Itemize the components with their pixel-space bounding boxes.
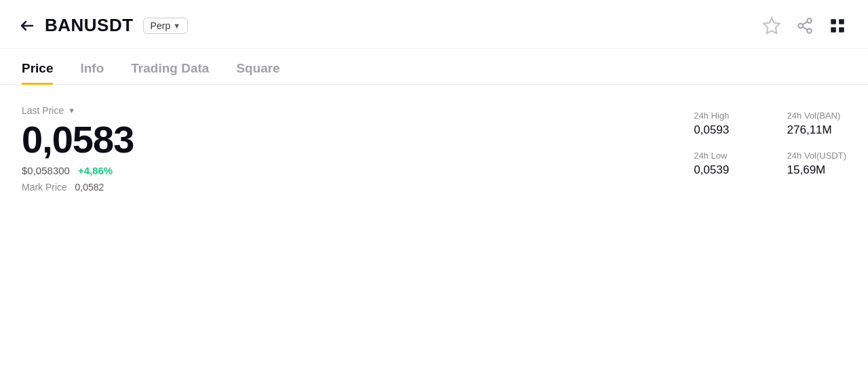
mark-price-row: Mark Price 0,0582	[22, 182, 134, 193]
svg-rect-6	[839, 19, 844, 24]
stat-24h-high: 24h High 0,0593	[694, 111, 753, 137]
back-button[interactable]	[19, 18, 35, 34]
favorite-button[interactable]	[762, 16, 781, 35]
svg-rect-5	[831, 19, 836, 24]
price-stats: 24h High 0,0593 24h Vol(BAN) 276,11M 24h…	[694, 105, 846, 177]
svg-rect-7	[831, 27, 836, 33]
header: BANUSDT Perp ▼	[0, 0, 868, 49]
perp-label: Perp	[151, 20, 171, 31]
stat-high-value: 0,0593	[694, 123, 753, 137]
tab-price[interactable]: Price	[22, 54, 53, 85]
share-icon	[796, 17, 814, 35]
main-container: BANUSDT Perp ▼	[0, 0, 868, 377]
stat-vol-usdt-label: 24h Vol(USDT)	[787, 151, 846, 161]
mark-price-value: 0,0582	[75, 182, 104, 193]
svg-point-1	[798, 23, 803, 28]
stat-low-label: 24h Low	[694, 151, 753, 161]
header-right	[762, 16, 846, 35]
price-left: Last Price ▼ 0,0583 $0,058300 +4,86% Mar…	[22, 105, 134, 193]
tab-square[interactable]: Square	[236, 54, 279, 85]
svg-point-0	[807, 18, 812, 23]
grid-button[interactable]	[829, 17, 846, 35]
price-usd-value: $0,058300	[22, 165, 70, 176]
chevron-down-icon: ▼	[173, 22, 180, 30]
star-icon	[762, 16, 781, 35]
last-price-label-row: Last Price ▼	[22, 105, 134, 116]
stat-24h-vol-usdt: 24h Vol(USDT) 15,69M	[787, 151, 846, 177]
stat-vol-ban-value: 276,11M	[787, 123, 846, 137]
svg-line-3	[802, 26, 807, 29]
grid-icon	[829, 17, 846, 35]
stat-high-label: 24h High	[694, 111, 753, 121]
header-left: BANUSDT Perp ▼	[19, 15, 188, 36]
tab-info[interactable]: Info	[80, 54, 104, 85]
stat-low-value: 0,0539	[694, 163, 753, 177]
last-price-value: 0,0583	[22, 120, 134, 160]
mark-price-label: Mark Price	[22, 182, 67, 193]
price-direction-icon: ▼	[68, 106, 75, 115]
svg-line-4	[802, 22, 807, 24]
svg-rect-8	[839, 27, 844, 33]
svg-point-2	[807, 28, 812, 33]
price-usd-row: $0,058300 +4,86%	[22, 165, 134, 176]
perp-badge[interactable]: Perp ▼	[143, 18, 188, 34]
stat-vol-usdt-value: 15,69M	[787, 163, 846, 177]
price-change-value: +4,86%	[78, 165, 113, 176]
tabs-bar: Price Info Trading Data Square	[0, 54, 868, 85]
stat-vol-ban-label: 24h Vol(BAN)	[787, 111, 846, 121]
tab-trading-data[interactable]: Trading Data	[131, 54, 209, 85]
stat-24h-low: 24h Low 0,0539	[694, 151, 753, 177]
stat-24h-vol-ban: 24h Vol(BAN) 276,11M	[787, 111, 846, 137]
price-section: Last Price ▼ 0,0583 $0,058300 +4,86% Mar…	[0, 85, 868, 193]
last-price-label: Last Price	[22, 105, 64, 116]
share-button[interactable]	[796, 17, 814, 35]
symbol-title: BANUSDT	[45, 15, 134, 36]
